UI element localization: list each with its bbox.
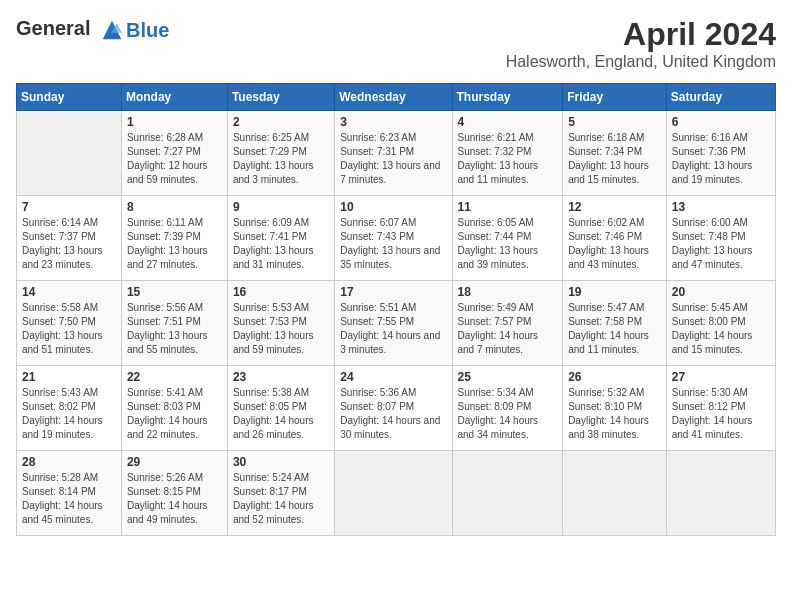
day-detail: Sunrise: 5:36 AMSunset: 8:07 PMDaylight:…	[340, 386, 446, 442]
logo: General Blue	[16, 16, 169, 44]
day-detail: Sunrise: 6:07 AMSunset: 7:43 PMDaylight:…	[340, 216, 446, 272]
header-saturday: Saturday	[666, 84, 775, 111]
day-number: 29	[127, 455, 222, 469]
day-number: 19	[568, 285, 661, 299]
day-detail: Sunrise: 5:30 AMSunset: 8:12 PMDaylight:…	[672, 386, 770, 442]
day-detail: Sunrise: 5:34 AMSunset: 8:09 PMDaylight:…	[458, 386, 558, 442]
calendar-cell	[563, 451, 667, 536]
day-number: 8	[127, 200, 222, 214]
calendar-cell: 11Sunrise: 6:05 AMSunset: 7:44 PMDayligh…	[452, 196, 563, 281]
calendar-cell: 27Sunrise: 5:30 AMSunset: 8:12 PMDayligh…	[666, 366, 775, 451]
day-detail: Sunrise: 6:05 AMSunset: 7:44 PMDaylight:…	[458, 216, 558, 272]
calendar-cell: 9Sunrise: 6:09 AMSunset: 7:41 PMDaylight…	[227, 196, 334, 281]
calendar-cell: 12Sunrise: 6:02 AMSunset: 7:46 PMDayligh…	[563, 196, 667, 281]
day-detail: Sunrise: 6:25 AMSunset: 7:29 PMDaylight:…	[233, 131, 329, 187]
calendar-cell: 30Sunrise: 5:24 AMSunset: 8:17 PMDayligh…	[227, 451, 334, 536]
day-detail: Sunrise: 5:58 AMSunset: 7:50 PMDaylight:…	[22, 301, 116, 357]
title-block: April 2024 Halesworth, England, United K…	[506, 16, 776, 71]
day-number: 18	[458, 285, 558, 299]
day-number: 4	[458, 115, 558, 129]
day-detail: Sunrise: 5:26 AMSunset: 8:15 PMDaylight:…	[127, 471, 222, 527]
header-thursday: Thursday	[452, 84, 563, 111]
day-number: 14	[22, 285, 116, 299]
calendar-cell: 17Sunrise: 5:51 AMSunset: 7:55 PMDayligh…	[335, 281, 452, 366]
day-detail: Sunrise: 5:49 AMSunset: 7:57 PMDaylight:…	[458, 301, 558, 357]
day-number: 1	[127, 115, 222, 129]
calendar-cell: 14Sunrise: 5:58 AMSunset: 7:50 PMDayligh…	[17, 281, 122, 366]
day-detail: Sunrise: 5:51 AMSunset: 7:55 PMDaylight:…	[340, 301, 446, 357]
calendar-cell	[452, 451, 563, 536]
calendar-cell	[666, 451, 775, 536]
day-number: 9	[233, 200, 329, 214]
day-number: 27	[672, 370, 770, 384]
day-number: 6	[672, 115, 770, 129]
logo-icon	[98, 16, 126, 44]
day-number: 16	[233, 285, 329, 299]
calendar-cell: 6Sunrise: 6:16 AMSunset: 7:36 PMDaylight…	[666, 111, 775, 196]
day-detail: Sunrise: 6:14 AMSunset: 7:37 PMDaylight:…	[22, 216, 116, 272]
calendar-cell: 15Sunrise: 5:56 AMSunset: 7:51 PMDayligh…	[121, 281, 227, 366]
header-monday: Monday	[121, 84, 227, 111]
day-number: 17	[340, 285, 446, 299]
day-number: 23	[233, 370, 329, 384]
day-number: 22	[127, 370, 222, 384]
calendar-cell: 26Sunrise: 5:32 AMSunset: 8:10 PMDayligh…	[563, 366, 667, 451]
location: Halesworth, England, United Kingdom	[506, 53, 776, 71]
day-detail: Sunrise: 5:24 AMSunset: 8:17 PMDaylight:…	[233, 471, 329, 527]
week-row-4: 28Sunrise: 5:28 AMSunset: 8:14 PMDayligh…	[17, 451, 776, 536]
day-detail: Sunrise: 5:47 AMSunset: 7:58 PMDaylight:…	[568, 301, 661, 357]
page-header: General Blue April 2024 Halesworth, Engl…	[16, 16, 776, 71]
day-detail: Sunrise: 5:28 AMSunset: 8:14 PMDaylight:…	[22, 471, 116, 527]
calendar-cell: 18Sunrise: 5:49 AMSunset: 7:57 PMDayligh…	[452, 281, 563, 366]
calendar-cell: 1Sunrise: 6:28 AMSunset: 7:27 PMDaylight…	[121, 111, 227, 196]
calendar-table: SundayMondayTuesdayWednesdayThursdayFrid…	[16, 83, 776, 536]
calendar-cell: 8Sunrise: 6:11 AMSunset: 7:39 PMDaylight…	[121, 196, 227, 281]
day-detail: Sunrise: 6:00 AMSunset: 7:48 PMDaylight:…	[672, 216, 770, 272]
day-detail: Sunrise: 6:09 AMSunset: 7:41 PMDaylight:…	[233, 216, 329, 272]
day-detail: Sunrise: 5:45 AMSunset: 8:00 PMDaylight:…	[672, 301, 770, 357]
week-row-2: 14Sunrise: 5:58 AMSunset: 7:50 PMDayligh…	[17, 281, 776, 366]
calendar-cell: 24Sunrise: 5:36 AMSunset: 8:07 PMDayligh…	[335, 366, 452, 451]
day-number: 12	[568, 200, 661, 214]
day-detail: Sunrise: 5:43 AMSunset: 8:02 PMDaylight:…	[22, 386, 116, 442]
calendar-cell: 19Sunrise: 5:47 AMSunset: 7:58 PMDayligh…	[563, 281, 667, 366]
calendar-cell: 16Sunrise: 5:53 AMSunset: 7:53 PMDayligh…	[227, 281, 334, 366]
header-friday: Friday	[563, 84, 667, 111]
calendar-cell: 13Sunrise: 6:00 AMSunset: 7:48 PMDayligh…	[666, 196, 775, 281]
header-wednesday: Wednesday	[335, 84, 452, 111]
calendar-cell: 29Sunrise: 5:26 AMSunset: 8:15 PMDayligh…	[121, 451, 227, 536]
day-detail: Sunrise: 5:32 AMSunset: 8:10 PMDaylight:…	[568, 386, 661, 442]
calendar-cell: 21Sunrise: 5:43 AMSunset: 8:02 PMDayligh…	[17, 366, 122, 451]
day-number: 28	[22, 455, 116, 469]
day-number: 21	[22, 370, 116, 384]
calendar-cell: 25Sunrise: 5:34 AMSunset: 8:09 PMDayligh…	[452, 366, 563, 451]
week-row-3: 21Sunrise: 5:43 AMSunset: 8:02 PMDayligh…	[17, 366, 776, 451]
day-detail: Sunrise: 6:16 AMSunset: 7:36 PMDaylight:…	[672, 131, 770, 187]
day-number: 30	[233, 455, 329, 469]
day-detail: Sunrise: 5:56 AMSunset: 7:51 PMDaylight:…	[127, 301, 222, 357]
month-title: April 2024	[506, 16, 776, 53]
calendar-cell: 5Sunrise: 6:18 AMSunset: 7:34 PMDaylight…	[563, 111, 667, 196]
day-number: 24	[340, 370, 446, 384]
calendar-cell	[335, 451, 452, 536]
calendar-cell	[17, 111, 122, 196]
week-row-0: 1Sunrise: 6:28 AMSunset: 7:27 PMDaylight…	[17, 111, 776, 196]
calendar-cell: 4Sunrise: 6:21 AMSunset: 7:32 PMDaylight…	[452, 111, 563, 196]
logo-text: General	[16, 16, 126, 44]
day-detail: Sunrise: 5:41 AMSunset: 8:03 PMDaylight:…	[127, 386, 222, 442]
day-number: 7	[22, 200, 116, 214]
day-detail: Sunrise: 5:38 AMSunset: 8:05 PMDaylight:…	[233, 386, 329, 442]
day-number: 20	[672, 285, 770, 299]
day-detail: Sunrise: 6:28 AMSunset: 7:27 PMDaylight:…	[127, 131, 222, 187]
day-detail: Sunrise: 6:18 AMSunset: 7:34 PMDaylight:…	[568, 131, 661, 187]
day-number: 3	[340, 115, 446, 129]
calendar-cell: 7Sunrise: 6:14 AMSunset: 7:37 PMDaylight…	[17, 196, 122, 281]
calendar-cell: 3Sunrise: 6:23 AMSunset: 7:31 PMDaylight…	[335, 111, 452, 196]
header-tuesday: Tuesday	[227, 84, 334, 111]
calendar-cell: 22Sunrise: 5:41 AMSunset: 8:03 PMDayligh…	[121, 366, 227, 451]
calendar-cell: 28Sunrise: 5:28 AMSunset: 8:14 PMDayligh…	[17, 451, 122, 536]
day-number: 26	[568, 370, 661, 384]
day-detail: Sunrise: 6:23 AMSunset: 7:31 PMDaylight:…	[340, 131, 446, 187]
day-detail: Sunrise: 5:53 AMSunset: 7:53 PMDaylight:…	[233, 301, 329, 357]
calendar-cell: 2Sunrise: 6:25 AMSunset: 7:29 PMDaylight…	[227, 111, 334, 196]
